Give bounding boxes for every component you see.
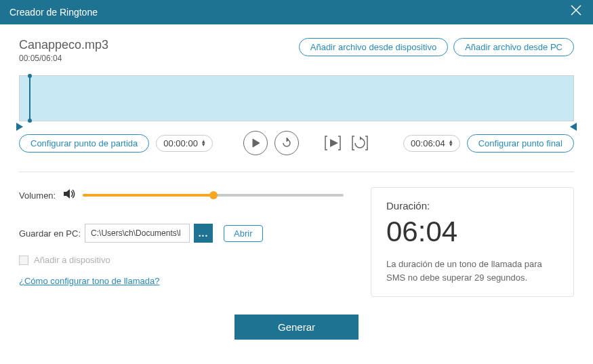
svg-marker-2 [253,139,260,147]
add-from-pc-button[interactable]: Añadir archivo desde PC [453,38,574,56]
start-handle[interactable] [16,123,23,131]
add-to-device-label: Añadir a dispositivo [34,255,110,265]
svg-marker-6 [64,189,70,199]
bracket-play-button[interactable] [321,131,345,155]
duration-note: La duración de un tono de llamada para S… [386,258,558,284]
help-link[interactable]: ¿Cómo configurar tono de llamada? [19,276,159,286]
waveform-area[interactable] [19,75,574,121]
duration-value: 06:04 [386,216,558,248]
end-handle[interactable] [570,123,577,131]
bracket-loop-button[interactable] [348,131,372,155]
filename: Canappeco.mp3 [19,38,108,52]
volume-slider[interactable] [83,194,344,197]
save-path-input[interactable] [85,224,190,243]
end-time-input[interactable]: 00:06:04 ▴▾ [403,135,460,152]
start-time-input[interactable]: 00:00:00 ▴▾ [156,135,213,152]
close-icon[interactable] [570,4,582,18]
playhead-marker[interactable] [29,76,30,121]
play-button[interactable] [243,131,268,155]
svg-marker-4 [330,139,338,147]
add-to-device-checkbox[interactable] [19,256,28,265]
set-end-button[interactable]: Configurar punto final [467,134,574,153]
generate-button[interactable]: Generar [234,315,359,340]
file-info: Canappeco.mp3 00:05/06:04 [19,38,108,63]
browse-button[interactable]: ... [194,224,213,243]
titlebar: Creador de Ringtone [0,0,593,24]
replay-button[interactable] [274,131,299,155]
duration-label: Duración: [386,200,558,211]
volume-label: Volumen: [19,190,56,201]
save-label: Guardar en PC: [19,228,81,239]
add-from-device-button[interactable]: Añadir archivo desde dispositivo [299,38,448,56]
timecode: 00:05/06:04 [19,54,108,63]
start-time-spinner[interactable]: ▴▾ [202,140,205,146]
volume-thumb[interactable] [209,191,218,199]
open-button[interactable]: Abrir [224,225,262,242]
titlebar-title: Creador de Ringtone [9,7,98,18]
end-time-spinner[interactable]: ▴▾ [449,140,453,146]
end-time-value: 00:06:04 [411,138,445,148]
start-time-value: 00:00:00 [163,138,198,148]
divider [19,171,574,172]
set-start-button[interactable]: Configurar punto de partida [19,134,149,153]
svg-marker-5 [360,136,362,140]
duration-panel: Duración: 06:04 La duración de un tono d… [371,187,574,297]
svg-marker-3 [287,138,289,142]
speaker-icon [62,187,76,203]
